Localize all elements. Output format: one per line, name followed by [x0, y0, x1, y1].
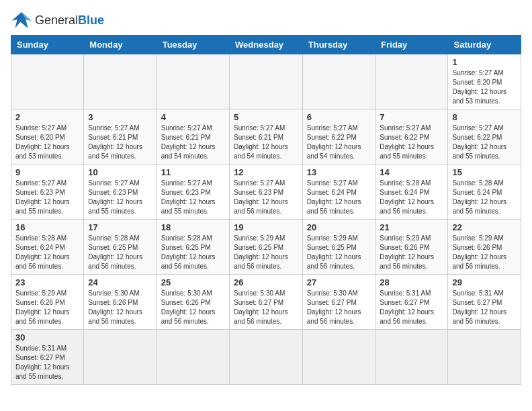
- day-info: Sunrise: 5:29 AM Sunset: 6:26 PM Dayligh…: [452, 234, 517, 271]
- last-week-row: 30Sunrise: 5:31 AM Sunset: 6:27 PM Dayli…: [11, 330, 521, 385]
- calendar-cell: 5Sunrise: 5:27 AM Sunset: 6:21 PM Daylig…: [230, 109, 303, 165]
- day-number: 1: [452, 57, 517, 67]
- day-number: 26: [234, 277, 298, 287]
- calendar-cell: 20Sunrise: 5:29 AM Sunset: 6:25 PM Dayli…: [302, 220, 375, 275]
- calendar-cell: 12Sunrise: 5:27 AM Sunset: 6:23 PM Dayli…: [230, 165, 303, 220]
- day-info: Sunrise: 5:31 AM Sunset: 6:27 PM Dayligh…: [380, 289, 443, 326]
- day-number: 23: [15, 277, 79, 287]
- calendar-cell: 8Sunrise: 5:27 AM Sunset: 6:22 PM Daylig…: [448, 109, 521, 165]
- day-info: Sunrise: 5:27 AM Sunset: 6:20 PM Dayligh…: [452, 68, 517, 106]
- day-info: Sunrise: 5:27 AM Sunset: 6:22 PM Dayligh…: [452, 124, 517, 161]
- day-info: Sunrise: 5:30 AM Sunset: 6:26 PM Dayligh…: [88, 289, 152, 326]
- calendar-cell: 23Sunrise: 5:29 AM Sunset: 6:26 PM Dayli…: [11, 275, 84, 330]
- day-info: Sunrise: 5:27 AM Sunset: 6:22 PM Dayligh…: [307, 124, 371, 161]
- calendar-cell: [230, 54, 303, 109]
- calendar-cell: 22Sunrise: 5:29 AM Sunset: 6:26 PM Dayli…: [448, 220, 521, 275]
- day-number: 18: [161, 222, 225, 232]
- day-number: 10: [88, 167, 152, 177]
- day-info: Sunrise: 5:27 AM Sunset: 6:24 PM Dayligh…: [307, 179, 371, 216]
- logo-text: GeneralBlue: [35, 13, 104, 28]
- calendar-cell: 11Sunrise: 5:27 AM Sunset: 6:23 PM Dayli…: [157, 165, 229, 220]
- day-info: Sunrise: 5:27 AM Sunset: 6:21 PM Dayligh…: [161, 124, 225, 161]
- calendar-cell: [375, 54, 448, 109]
- calendar-cell: 10Sunrise: 5:27 AM Sunset: 6:23 PM Dayli…: [84, 165, 157, 220]
- calendar-cell: 13Sunrise: 5:27 AM Sunset: 6:24 PM Dayli…: [302, 165, 375, 220]
- calendar-cell: 4Sunrise: 5:27 AM Sunset: 6:21 PM Daylig…: [157, 109, 229, 165]
- calendar-cell: 9Sunrise: 5:27 AM Sunset: 6:23 PM Daylig…: [11, 165, 84, 220]
- calendar-cell: 29Sunrise: 5:31 AM Sunset: 6:27 PM Dayli…: [448, 275, 521, 330]
- weekday-header-monday: Monday: [84, 36, 157, 54]
- day-number: 20: [307, 222, 371, 232]
- svg-marker-0: [12, 12, 32, 28]
- day-info: Sunrise: 5:29 AM Sunset: 6:26 PM Dayligh…: [380, 234, 443, 271]
- logo: GeneralBlue: [11, 11, 104, 30]
- day-number: 7: [380, 112, 443, 122]
- day-info: Sunrise: 5:29 AM Sunset: 6:26 PM Dayligh…: [15, 289, 79, 326]
- day-info: Sunrise: 5:30 AM Sunset: 6:27 PM Dayligh…: [234, 289, 298, 326]
- day-info: Sunrise: 5:27 AM Sunset: 6:21 PM Dayligh…: [234, 124, 298, 161]
- day-number: 4: [161, 112, 225, 122]
- weekday-header-wednesday: Wednesday: [230, 36, 303, 54]
- day-info: Sunrise: 5:29 AM Sunset: 6:25 PM Dayligh…: [307, 234, 371, 271]
- day-info: Sunrise: 5:28 AM Sunset: 6:24 PM Dayligh…: [452, 179, 517, 216]
- day-number: 21: [380, 222, 443, 232]
- calendar-cell: 16Sunrise: 5:28 AM Sunset: 6:24 PM Dayli…: [11, 220, 84, 275]
- day-info: Sunrise: 5:28 AM Sunset: 6:25 PM Dayligh…: [88, 234, 152, 271]
- calendar-cell: 15Sunrise: 5:28 AM Sunset: 6:24 PM Dayli…: [448, 165, 521, 220]
- day-info: Sunrise: 5:30 AM Sunset: 6:26 PM Dayligh…: [161, 289, 225, 326]
- day-number: 14: [380, 167, 443, 177]
- week-row-4: 16Sunrise: 5:28 AM Sunset: 6:24 PM Dayli…: [11, 220, 521, 275]
- day-number: 8: [452, 112, 517, 122]
- calendar-body: 1Sunrise: 5:27 AM Sunset: 6:20 PM Daylig…: [11, 54, 521, 385]
- day-number: 27: [307, 277, 371, 287]
- day-info: Sunrise: 5:31 AM Sunset: 6:27 PM Dayligh…: [452, 289, 517, 326]
- calendar-cell: [448, 330, 521, 385]
- day-info: Sunrise: 5:27 AM Sunset: 6:23 PM Dayligh…: [161, 179, 225, 216]
- calendar-cell: 6Sunrise: 5:27 AM Sunset: 6:22 PM Daylig…: [302, 109, 375, 165]
- calendar-cell: 26Sunrise: 5:30 AM Sunset: 6:27 PM Dayli…: [230, 275, 303, 330]
- day-number: 16: [15, 222, 79, 232]
- day-number: 22: [452, 222, 517, 232]
- calendar-cell: [84, 54, 157, 109]
- day-number: 13: [307, 167, 371, 177]
- day-number: 29: [452, 277, 517, 287]
- day-info: Sunrise: 5:27 AM Sunset: 6:22 PM Dayligh…: [380, 124, 443, 161]
- day-number: 5: [234, 112, 298, 122]
- calendar-table: SundayMondayTuesdayWednesdayThursdayFrid…: [11, 35, 521, 385]
- day-number: 17: [88, 222, 152, 232]
- day-number: 11: [161, 167, 225, 177]
- calendar-cell: [302, 54, 375, 109]
- calendar-cell: [302, 330, 375, 385]
- calendar-cell: 18Sunrise: 5:28 AM Sunset: 6:25 PM Dayli…: [157, 220, 229, 275]
- day-info: Sunrise: 5:27 AM Sunset: 6:23 PM Dayligh…: [15, 179, 79, 216]
- week-row-5: 23Sunrise: 5:29 AM Sunset: 6:26 PM Dayli…: [11, 275, 521, 330]
- calendar-cell: [230, 330, 303, 385]
- week-row-2: 2Sunrise: 5:27 AM Sunset: 6:20 PM Daylig…: [11, 109, 521, 165]
- calendar-cell: 30Sunrise: 5:31 AM Sunset: 6:27 PM Dayli…: [11, 330, 84, 385]
- day-number: 25: [161, 277, 225, 287]
- day-info: Sunrise: 5:27 AM Sunset: 6:23 PM Dayligh…: [88, 179, 152, 216]
- day-info: Sunrise: 5:27 AM Sunset: 6:20 PM Dayligh…: [15, 124, 79, 161]
- week-row-1: 1Sunrise: 5:27 AM Sunset: 6:20 PM Daylig…: [11, 54, 521, 109]
- day-number: 6: [307, 112, 371, 122]
- calendar-cell: [375, 330, 448, 385]
- calendar-cell: 21Sunrise: 5:29 AM Sunset: 6:26 PM Dayli…: [375, 220, 448, 275]
- weekday-header-sunday: Sunday: [11, 36, 84, 54]
- weekday-header-thursday: Thursday: [302, 36, 375, 54]
- calendar-cell: 2Sunrise: 5:27 AM Sunset: 6:20 PM Daylig…: [11, 109, 84, 165]
- calendar-cell: 17Sunrise: 5:28 AM Sunset: 6:25 PM Dayli…: [84, 220, 157, 275]
- day-info: Sunrise: 5:29 AM Sunset: 6:25 PM Dayligh…: [234, 234, 298, 271]
- day-number: 15: [452, 167, 517, 177]
- day-info: Sunrise: 5:27 AM Sunset: 6:23 PM Dayligh…: [234, 179, 298, 216]
- calendar-cell: 28Sunrise: 5:31 AM Sunset: 6:27 PM Dayli…: [375, 275, 448, 330]
- day-number: 2: [15, 112, 79, 122]
- day-info: Sunrise: 5:28 AM Sunset: 6:24 PM Dayligh…: [380, 179, 443, 216]
- day-info: Sunrise: 5:31 AM Sunset: 6:27 PM Dayligh…: [15, 344, 79, 381]
- calendar-cell: 14Sunrise: 5:28 AM Sunset: 6:24 PM Dayli…: [375, 165, 448, 220]
- calendar-cell: 7Sunrise: 5:27 AM Sunset: 6:22 PM Daylig…: [375, 109, 448, 165]
- weekday-header-row: SundayMondayTuesdayWednesdayThursdayFrid…: [11, 36, 521, 54]
- day-info: Sunrise: 5:30 AM Sunset: 6:27 PM Dayligh…: [307, 289, 371, 326]
- calendar-cell: [84, 330, 157, 385]
- page-header: GeneralBlue: [11, 11, 521, 30]
- week-row-3: 9Sunrise: 5:27 AM Sunset: 6:23 PM Daylig…: [11, 165, 521, 220]
